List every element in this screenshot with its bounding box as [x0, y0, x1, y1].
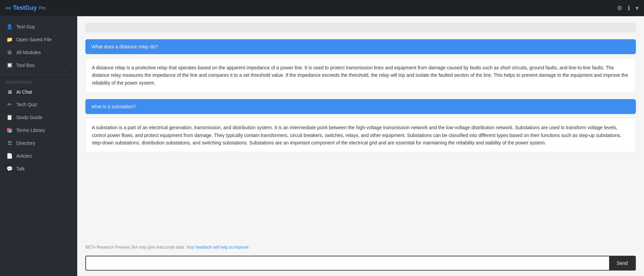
- terms-library-label: Terms Library: [16, 128, 45, 133]
- resources-section-label: RESOURCES: [0, 77, 77, 86]
- articles-icon: 📄: [6, 153, 13, 159]
- sidebar-divider: [0, 74, 77, 75]
- input-row: Send: [85, 256, 636, 271]
- tech-quiz-label: Tech Quiz: [16, 102, 37, 107]
- input-area: Send: [77, 252, 644, 276]
- test-guy-label: Test Guy: [16, 24, 35, 29]
- terms-library-icon: 📚: [6, 127, 13, 133]
- content-area: What does a distance relay do?A distance…: [77, 16, 644, 276]
- articles-label: Articles: [16, 153, 32, 159]
- open-saved-file-label: Open Saved File: [16, 37, 51, 42]
- open-saved-file-icon: 📁: [6, 37, 13, 43]
- user-message-2: what is a substation?: [85, 99, 636, 114]
- chat-messages[interactable]: What does a distance relay do?A distance…: [77, 16, 644, 242]
- chat-input[interactable]: [86, 256, 609, 270]
- tool-box-icon: 🔲: [6, 62, 13, 68]
- sidebar-item-articles[interactable]: 📄 Articles: [0, 150, 77, 162]
- tool-box-label: Tool Box: [16, 63, 35, 68]
- talk-label: Talk: [16, 166, 25, 171]
- sidebar-item-open-saved-file[interactable]: 📁 Open Saved File: [0, 33, 77, 46]
- tech-quiz-icon: ✏: [6, 101, 13, 108]
- send-button[interactable]: Send: [609, 256, 635, 270]
- tool-box-chevron: ›: [70, 63, 71, 68]
- logo: << TestGuy Pro: [5, 4, 46, 12]
- sidebar-item-tool-box[interactable]: 🔲 Tool Box ›: [0, 59, 77, 72]
- sidebar-item-all-modules[interactable]: ⊞ All Modules: [0, 46, 77, 59]
- info-icon[interactable]: ℹ: [628, 4, 630, 12]
- sidebar-item-terms-library[interactable]: 📚 Terms Library: [0, 124, 77, 137]
- ai-chat-icon: 🖥: [6, 89, 13, 95]
- main-layout: 👤 Test Guy › 📁 Open Saved File ⊞ All Mod…: [0, 16, 644, 276]
- dropdown-icon[interactable]: ▾: [636, 4, 639, 12]
- beta-text: BETA Research Preview. Bot may give inac…: [85, 245, 186, 250]
- sidebar: 👤 Test Guy › 📁 Open Saved File ⊞ All Mod…: [0, 16, 77, 276]
- all-modules-label: All Modules: [16, 50, 41, 55]
- top-bar-gray: [85, 23, 636, 32]
- beta-highlight: Your feedback will help us improve.: [186, 245, 250, 250]
- ai-chat-label: AI Chat: [16, 89, 32, 95]
- gear-icon[interactable]: ⚙: [617, 4, 622, 12]
- study-guide-icon: 📋: [6, 114, 13, 120]
- bot-message-3: A substation is a part of an electrical …: [85, 118, 636, 152]
- sidebar-item-test-guy[interactable]: 👤 Test Guy ›: [0, 20, 77, 33]
- directory-icon: ☰: [6, 140, 13, 146]
- test-guy-icon: 👤: [6, 24, 13, 30]
- sidebar-item-talk[interactable]: 💬 Talk: [0, 162, 77, 175]
- all-modules-icon: ⊞: [6, 49, 13, 55]
- sidebar-item-ai-chat[interactable]: 🖥 AI Chat: [0, 86, 77, 98]
- sidebar-item-directory[interactable]: ☰ Directory: [0, 137, 77, 150]
- user-message-0: What does a distance relay do?: [85, 39, 636, 54]
- study-guide-chevron: ›: [70, 115, 71, 120]
- directory-label: Directory: [16, 140, 35, 146]
- topbar-right: ⚙ ℹ ▾: [617, 4, 639, 12]
- beta-notice: BETA Research Preview. Bot may give inac…: [77, 242, 644, 252]
- logo-brand: TestGuy: [13, 4, 37, 12]
- topbar: << TestGuy Pro ⚙ ℹ ▾: [0, 0, 644, 16]
- talk-icon: 💬: [6, 166, 13, 172]
- test-guy-chevron: ›: [70, 24, 71, 29]
- sidebar-item-study-guide[interactable]: 📋 Study Guide ›: [0, 111, 77, 124]
- bot-message-1: A distance relay is a protective relay t…: [85, 58, 636, 92]
- logo-chevrons: <<: [5, 5, 11, 11]
- sidebar-item-tech-quiz[interactable]: ✏ Tech Quiz: [0, 98, 77, 111]
- logo-pro: Pro: [39, 5, 46, 10]
- study-guide-label: Study Guide: [16, 115, 42, 120]
